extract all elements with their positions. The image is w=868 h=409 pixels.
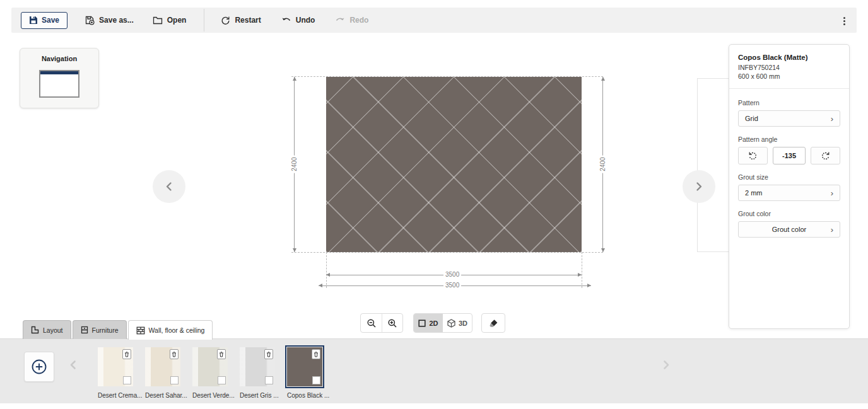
trash-icon[interactable] (312, 349, 320, 359)
restart-button-label: Restart (235, 16, 261, 25)
tiles-icon (136, 326, 145, 335)
undo-button[interactable]: Undo (281, 16, 315, 25)
save-as-icon (85, 16, 95, 25)
zoom-in-button[interactable] (382, 314, 402, 332)
chevron-right-icon: › (831, 115, 833, 123)
arrowhead (601, 248, 605, 252)
next-surface-preview[interactable] (697, 78, 730, 252)
pattern-select[interactable]: Grid › (738, 110, 840, 127)
pattern-label: Pattern (738, 99, 840, 107)
open-button-label: Open (167, 16, 187, 25)
tile-swatch[interactable] (98, 347, 133, 386)
dimension-label-left: 2400 (291, 155, 298, 173)
floor-tile-preview[interactable] (326, 77, 582, 252)
tab-wall-floor-ceiling[interactable]: Wall, floor & ceiling (128, 320, 213, 340)
redo-icon (335, 16, 345, 25)
swatch-corner-badge (123, 376, 131, 384)
save-button[interactable]: Save (21, 12, 67, 29)
tile-label: Desert Verde... (192, 392, 228, 399)
dimension-label-bottom-inner: 3500 (443, 271, 461, 278)
tab-layout-label: Layout (43, 326, 63, 334)
rotate-cw-button[interactable] (811, 147, 840, 164)
zoom-out-button[interactable] (361, 314, 382, 332)
view-3d-button[interactable]: 3D (443, 314, 472, 332)
tile-swatch[interactable] (287, 347, 322, 386)
eraser-button[interactable] (481, 313, 505, 333)
grout-size-select[interactable]: 2 mm › (738, 185, 840, 201)
tile-details-panel: Copos Black (Matte) INFBY750214 600 x 60… (729, 44, 850, 329)
arrowhead (578, 273, 582, 277)
tab-furniture-label: Furniture (92, 326, 119, 334)
swatch-corner-badge (312, 376, 320, 384)
tab-wall-floor-ceiling-label: Wall, floor & ceiling (149, 326, 205, 334)
view-2d-button[interactable]: 2D (414, 314, 443, 332)
plus-circle-icon (31, 359, 47, 375)
tile-item-selected: Copos Black ... (287, 347, 322, 399)
tile-swatch[interactable] (240, 347, 275, 386)
chevron-right-icon (693, 181, 705, 192)
arrowhead (293, 77, 296, 81)
restart-button[interactable]: Restart (221, 16, 261, 25)
trash-icon[interactable] (217, 349, 226, 359)
save-as-button[interactable]: Save as... (85, 16, 134, 25)
tile-item: Desert Sahar... (145, 347, 180, 399)
save-icon (29, 16, 38, 25)
rotate-ccw-icon (748, 151, 758, 161)
grout-color-label: Grout color (738, 210, 840, 217)
grout-size-label: Grout size (738, 173, 840, 181)
layout-icon (31, 326, 39, 334)
main-toolbar: Save Save as... Open Restart Undo Redo (11, 8, 857, 33)
pattern-angle-input[interactable] (773, 147, 806, 164)
open-button[interactable]: Open (153, 16, 187, 25)
undo-icon (281, 16, 291, 25)
arrowhead (319, 284, 322, 287)
furniture-icon (81, 326, 88, 334)
tile-name: Copos Black (Matte) (738, 54, 840, 61)
pattern-value: Grid (745, 115, 758, 122)
redo-button[interactable]: Redo (335, 16, 368, 25)
trash-icon[interactable] (264, 349, 273, 359)
toolbar-divider (204, 9, 204, 32)
tile-swatch[interactable] (145, 347, 180, 386)
tray-scroll-left-button[interactable] (68, 360, 78, 370)
tab-furniture[interactable]: Furniture (73, 320, 127, 339)
arrowhead (293, 248, 296, 252)
trash-icon[interactable] (122, 349, 131, 359)
kebab-menu-icon[interactable] (839, 16, 849, 26)
tile-swatch[interactable] (192, 347, 228, 386)
add-tile-button[interactable] (24, 352, 54, 382)
grout-size-value: 2 mm (745, 189, 763, 197)
restart-icon (221, 16, 230, 25)
bottom-tabs: Layout Furniture Wall, floor & ceiling (23, 320, 213, 340)
dimension-label-right: 2400 (599, 155, 606, 173)
square-2d-icon (418, 320, 426, 327)
extension-line-bottom-left (326, 252, 327, 288)
view-2d-label: 2D (429, 320, 438, 327)
carousel-next-button[interactable] (683, 170, 715, 203)
trash-icon[interactable] (170, 349, 179, 359)
redo-button-label: Redo (349, 16, 368, 25)
tile-sku: INFBY750214 (738, 63, 840, 72)
arrowhead (587, 284, 591, 287)
swatch-corner-badge (265, 376, 273, 384)
tab-layout[interactable]: Layout (23, 320, 71, 339)
tile-size: 600 x 600 mm (738, 72, 840, 81)
arrowhead (601, 77, 605, 81)
tile-item: Desert Gris ... (240, 347, 275, 399)
save-button-label: Save (42, 16, 59, 25)
carousel-prev-button[interactable] (153, 170, 185, 203)
rotate-ccw-button[interactable] (738, 147, 768, 164)
swatch-corner-badge (218, 376, 226, 384)
tray-scroll-right-button[interactable] (661, 360, 671, 370)
zoom-in-icon (387, 318, 397, 328)
chevron-right-icon: › (831, 226, 833, 234)
panel-divider (729, 88, 849, 89)
zoom-out-icon (367, 318, 377, 328)
tile-label: Desert Gris ... (240, 392, 275, 399)
navigation-minimap[interactable] (39, 70, 79, 98)
navigation-card[interactable]: Navigation (20, 48, 99, 108)
extension-line-bottom-right (582, 252, 582, 288)
tile-label: Desert Sahar... (145, 392, 180, 399)
zoom-controls (360, 313, 403, 333)
grout-color-button[interactable]: Grout color › (738, 221, 840, 238)
